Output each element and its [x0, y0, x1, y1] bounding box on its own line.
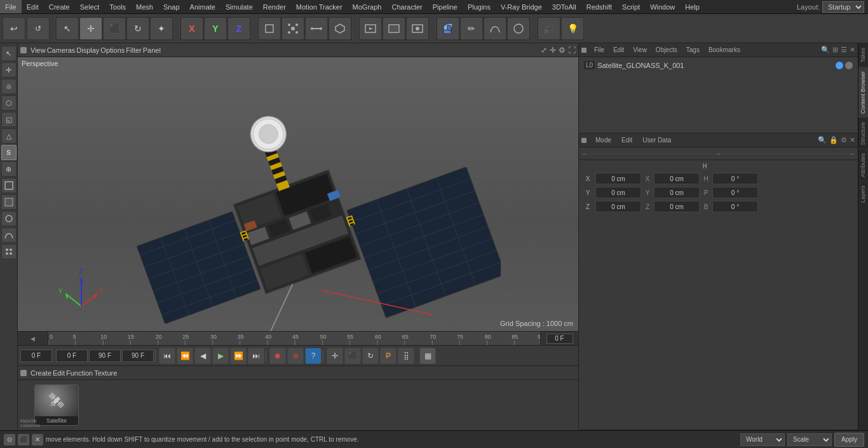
- texture-menu-edit[interactable]: Edit: [53, 369, 65, 377]
- pb-p-button[interactable]: P: [380, 348, 397, 364]
- om-tab-tags[interactable]: Tags: [684, 45, 702, 55]
- timeline-ruler[interactable]: 0 5 10 15 20 25 30 35: [48, 332, 540, 345]
- menu-plugins[interactable]: Plugins: [463, 0, 496, 13]
- coord-y-pos[interactable]: [595, 187, 641, 198]
- coord-z-pos[interactable]: [595, 201, 641, 212]
- menu-create[interactable]: Create: [44, 0, 75, 13]
- coord-x-rot[interactable]: [654, 173, 700, 184]
- om-close-icon[interactable]: ✕: [850, 46, 855, 54]
- menu-render[interactable]: Render: [258, 0, 291, 13]
- rotate-mode-button[interactable]: ↻: [126, 17, 149, 40]
- menu-mograph[interactable]: MoGraph: [348, 0, 387, 13]
- undo-button[interactable]: ↩: [3, 17, 25, 40]
- menu-edit[interactable]: Edit: [22, 0, 44, 13]
- om-filter-icon[interactable]: ⊞: [832, 46, 838, 54]
- render-active-button[interactable]: [383, 17, 405, 40]
- om-settings-icon[interactable]: ☰: [841, 46, 847, 54]
- om-tab-bookmarks[interactable]: Bookmarks: [706, 45, 743, 55]
- om-tab-view[interactable]: View: [630, 45, 649, 55]
- object-dot-gray[interactable]: [845, 62, 853, 69]
- texture-menu-texture[interactable]: Texture: [94, 369, 117, 377]
- vp-menu-options[interactable]: Options: [100, 46, 125, 54]
- tab-attributes[interactable]: Attributes: [858, 149, 868, 181]
- pb-grid-button[interactable]: ⣿: [398, 348, 414, 364]
- coord-x-pos[interactable]: [595, 173, 641, 184]
- menu-script[interactable]: Script: [617, 0, 645, 13]
- scale-mode-button[interactable]: ⬛: [103, 17, 126, 40]
- scale-select[interactable]: Scale: [787, 433, 832, 446]
- status-icon-2[interactable]: ⬛: [18, 434, 29, 445]
- menu-file[interactable]: File: [0, 0, 22, 13]
- render-view-button[interactable]: [406, 17, 429, 40]
- coord-x-scale[interactable]: [712, 173, 758, 184]
- object-item-satellite[interactable]: L0 Satellite_GLONASS_K_001: [581, 60, 855, 71]
- om-search-icon[interactable]: 🔍: [821, 46, 830, 54]
- menu-window[interactable]: Window: [645, 0, 680, 13]
- play-reverse-button[interactable]: ◀: [194, 348, 211, 364]
- axis-x-button[interactable]: X: [180, 17, 203, 40]
- pb-rotate-button[interactable]: ↻: [362, 348, 379, 364]
- move-mode-button[interactable]: ✛: [79, 17, 102, 40]
- apply-button[interactable]: Apply: [834, 433, 864, 447]
- layout-select[interactable]: Startup: [822, 1, 864, 13]
- attr-close-icon[interactable]: ✕: [850, 136, 855, 144]
- render-region-button[interactable]: [359, 17, 382, 40]
- menu-select[interactable]: Select: [75, 0, 105, 13]
- pb-move-button[interactable]: ✛: [327, 348, 343, 364]
- lt-s-button[interactable]: S: [1, 145, 17, 160]
- coord-z-rot[interactable]: [654, 201, 700, 212]
- cube-button[interactable]: [437, 17, 459, 40]
- redo-button[interactable]: ↺: [27, 17, 50, 40]
- coord-y-rot[interactable]: [654, 187, 700, 198]
- menu-snap[interactable]: Snap: [158, 0, 185, 13]
- loop-button[interactable]: ⊛: [287, 348, 304, 364]
- lt-ring-button[interactable]: ◎: [1, 79, 17, 94]
- record-button[interactable]: ⏺: [269, 348, 286, 364]
- pb-last-button[interactable]: ▦: [419, 348, 436, 364]
- lt-move-button[interactable]: ✛: [1, 62, 17, 78]
- menu-pipeline[interactable]: Pipeline: [428, 0, 463, 13]
- object-dot-blue[interactable]: [836, 62, 843, 69]
- lt-box2-button[interactable]: [1, 194, 17, 210]
- tab-structure[interactable]: Structure: [858, 118, 868, 149]
- vp-menu-cameras[interactable]: Cameras: [47, 46, 76, 54]
- playback-frame-field[interactable]: [20, 350, 52, 362]
- om-tab-edit[interactable]: Edit: [611, 45, 627, 55]
- vp-menu-display[interactable]: Display: [76, 46, 99, 54]
- attr-search-icon[interactable]: 🔍: [818, 136, 827, 144]
- step-forward-button[interactable]: ⏩: [230, 348, 247, 364]
- lt-circle2-button[interactable]: [1, 211, 17, 226]
- lt-polygon-button[interactable]: ◱: [1, 112, 17, 127]
- tab-takes[interactable]: Takes: [858, 43, 868, 67]
- vp-icon-settings[interactable]: ⚙: [559, 46, 566, 55]
- material-thumbnail[interactable]: 🛰 Satellite: [34, 384, 79, 426]
- camera-button[interactable]: 🎥: [538, 17, 560, 40]
- tab-layers[interactable]: Layers: [858, 181, 868, 207]
- attr-tab-edit[interactable]: Edit: [619, 135, 635, 145]
- lt-box1-button[interactable]: [1, 178, 17, 193]
- lt-spline-button[interactable]: [1, 227, 17, 243]
- menu-3dtoall[interactable]: 3DToAll: [547, 0, 581, 13]
- vp-menu-filter[interactable]: Filter: [126, 46, 141, 54]
- vp-icon-fullscreen[interactable]: ⛶: [568, 46, 576, 55]
- axis-z-button[interactable]: Z: [227, 17, 250, 40]
- texture-menu-function[interactable]: Function: [66, 369, 93, 377]
- step-back-button[interactable]: ⏪: [177, 348, 193, 364]
- edge-mode-button[interactable]: [305, 17, 328, 40]
- object-type-button[interactable]: [258, 17, 281, 40]
- lt-multi-button[interactable]: [1, 244, 17, 259]
- attr-tab-userdata[interactable]: User Data: [640, 135, 674, 145]
- playback-end2-field[interactable]: [122, 350, 154, 362]
- menu-help[interactable]: Help: [680, 0, 705, 13]
- coord-z-scale[interactable]: [712, 201, 758, 212]
- pen-button[interactable]: ✏: [460, 17, 483, 40]
- menu-tools[interactable]: Tools: [104, 0, 131, 13]
- tab-content-browser[interactable]: Content Browser: [858, 67, 868, 118]
- lt-shape-button[interactable]: ⬡: [1, 95, 17, 111]
- attr-lock-icon[interactable]: 🔒: [829, 136, 838, 144]
- light-button[interactable]: 💡: [561, 17, 584, 40]
- world-select[interactable]: World: [740, 433, 785, 446]
- menu-vray[interactable]: V-Ray Bridge: [496, 0, 547, 13]
- transform-mode-button[interactable]: ✦: [150, 17, 173, 40]
- bezier-button[interactable]: [484, 17, 506, 40]
